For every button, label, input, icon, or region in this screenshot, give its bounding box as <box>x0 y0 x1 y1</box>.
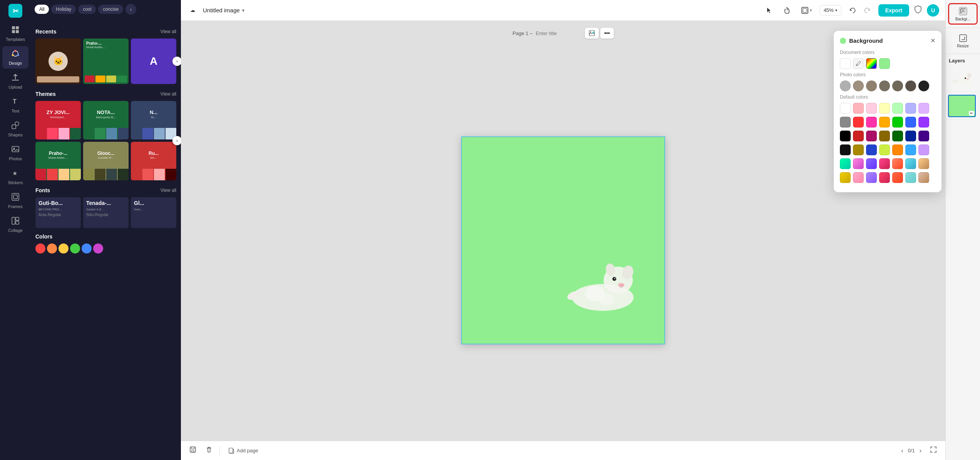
cloud-save-button[interactable]: ☁ <box>187 5 198 15</box>
doc-title-area[interactable]: Untitled image ▾ <box>203 7 244 13</box>
def-color-6-5[interactable] <box>892 172 903 183</box>
def-color-5-7[interactable] <box>918 158 929 169</box>
themes-next-button[interactable]: › <box>172 136 181 145</box>
theme-card-5[interactable]: Glooc... Lucette-R... <box>83 142 129 180</box>
def-color-4-5[interactable] <box>892 144 903 155</box>
font-card-3[interactable]: Gl... Ham... <box>131 197 176 228</box>
themes-view-all[interactable]: View all <box>161 91 176 97</box>
shield-button[interactable] <box>914 5 922 15</box>
def-color-4-1[interactable] <box>840 144 851 155</box>
color-swatch-5[interactable] <box>82 243 92 254</box>
zoom-button[interactable]: 45% ▾ <box>819 5 841 15</box>
add-image-button[interactable] <box>585 28 599 39</box>
theme-card-3[interactable]: N... Si... <box>131 101 176 139</box>
bg-popup-close-button[interactable]: ✕ <box>930 37 935 44</box>
def-color-3-5[interactable] <box>892 131 903 141</box>
color-swatch-6[interactable] <box>93 243 103 254</box>
resize-panel-btn[interactable]: Resize <box>948 31 978 50</box>
def-color-4-4[interactable] <box>879 144 890 155</box>
more-options-button[interactable]: ••• <box>600 28 614 39</box>
sidebar-item-collage[interactable]: Collage <box>2 213 28 236</box>
fullscreen-button[interactable] <box>928 444 939 457</box>
def-color-1-2[interactable] <box>853 103 864 114</box>
def-color-4-2[interactable] <box>853 144 864 155</box>
def-color-1-7[interactable] <box>918 103 929 114</box>
bottom-save-button[interactable] <box>187 444 199 457</box>
def-color-1-4[interactable] <box>879 103 890 114</box>
fonts-view-all[interactable]: View all <box>161 188 176 193</box>
doc-color-white[interactable] <box>840 58 851 69</box>
def-color-2-6[interactable] <box>905 117 916 128</box>
def-color-4-7[interactable] <box>918 144 929 155</box>
def-color-3-4[interactable] <box>879 131 890 141</box>
page-next-button[interactable]: › <box>918 446 923 456</box>
def-color-2-2[interactable] <box>853 117 864 128</box>
user-avatar[interactable]: U <box>927 4 939 17</box>
def-color-2-4[interactable] <box>879 117 890 128</box>
add-page-button[interactable]: Add page <box>224 445 262 456</box>
tag-all[interactable]: All <box>35 5 49 14</box>
def-color-3-6[interactable] <box>905 131 916 141</box>
design-canvas[interactable] <box>461 136 665 344</box>
color-swatch-2[interactable] <box>47 243 57 254</box>
theme-card-4[interactable]: Praho-... Mulat Addis-... <box>35 142 81 180</box>
photo-color-5[interactable] <box>892 81 903 91</box>
theme-card-6[interactable]: Ru... Mo... <box>131 142 176 180</box>
bottom-delete-button[interactable] <box>203 444 215 457</box>
recents-next-button[interactable]: › <box>172 57 181 66</box>
photo-color-3[interactable] <box>866 81 877 91</box>
def-color-2-7[interactable] <box>918 117 929 128</box>
doc-color-green[interactable] <box>879 58 890 69</box>
eyedropper-tool[interactable] <box>853 58 864 69</box>
sidebar-item-design[interactable]: Design <box>2 46 28 69</box>
theme-card-2[interactable]: NOTA... Metropolis-B... <box>83 101 129 139</box>
select-tool-button[interactable] <box>763 5 776 16</box>
def-color-6-3[interactable] <box>866 172 877 183</box>
def-color-6-7[interactable] <box>918 172 929 183</box>
app-logo[interactable]: ✂ <box>8 4 22 18</box>
def-color-1-6[interactable] <box>905 103 916 114</box>
recent-card-1[interactable]: 🐱 <box>35 39 81 84</box>
color-swatch-3[interactable] <box>59 243 69 254</box>
def-color-2-1[interactable] <box>840 117 851 128</box>
font-card-2[interactable]: Tenada-... Zacbel X-E... Stilu-Regular <box>83 197 129 228</box>
layer-item-dog[interactable] <box>946 65 980 92</box>
def-color-6-4[interactable] <box>879 172 890 183</box>
export-button[interactable]: Export <box>878 4 909 17</box>
doc-color-gradient[interactable] <box>866 58 877 69</box>
page-title-input[interactable] <box>536 30 582 36</box>
def-color-6-2[interactable] <box>853 172 864 183</box>
hand-tool-button[interactable] <box>781 5 794 16</box>
def-color-3-1[interactable] <box>840 131 851 141</box>
def-color-5-4[interactable] <box>879 158 890 169</box>
font-card-1[interactable]: Guti-Bo... BEYOND PRO... Anta-Regular <box>35 197 81 228</box>
background-panel-btn[interactable]: Backgr... <box>948 3 978 25</box>
sidebar-item-photos[interactable]: Photos <box>2 142 28 164</box>
photo-color-2[interactable] <box>853 81 864 91</box>
def-color-6-6[interactable] <box>905 172 916 183</box>
color-swatch-4[interactable] <box>70 243 80 254</box>
def-color-4-3[interactable] <box>866 144 877 155</box>
redo-button[interactable] <box>861 5 874 16</box>
tag-holiday[interactable]: Holiday <box>51 5 76 14</box>
def-color-5-5[interactable] <box>892 158 903 169</box>
def-color-3-2[interactable] <box>853 131 864 141</box>
recent-card-3[interactable]: A <box>131 39 176 84</box>
tag-more-button[interactable]: › <box>125 4 136 15</box>
def-color-5-6[interactable] <box>905 158 916 169</box>
def-color-5-1[interactable] <box>840 158 851 169</box>
def-color-1-1[interactable] <box>840 103 851 114</box>
page-prev-button[interactable]: ‹ <box>900 446 905 456</box>
sidebar-item-stickers[interactable]: ★ Stickers <box>2 166 28 188</box>
layer-item-background[interactable]: ✏ <box>946 92 980 120</box>
sidebar-item-upload[interactable]: Upload <box>2 70 28 92</box>
photo-color-1[interactable] <box>840 81 851 91</box>
def-color-1-5[interactable] <box>892 103 903 114</box>
sidebar-item-templates[interactable]: Templates <box>2 22 28 45</box>
photo-color-7[interactable] <box>918 81 929 91</box>
undo-button[interactable] <box>846 5 859 16</box>
def-color-4-6[interactable] <box>905 144 916 155</box>
sidebar-item-shapes[interactable]: Shapes <box>2 118 28 140</box>
theme-card-1[interactable]: ZY JOVI... WixMadef... <box>35 101 81 139</box>
def-color-5-3[interactable] <box>866 158 877 169</box>
